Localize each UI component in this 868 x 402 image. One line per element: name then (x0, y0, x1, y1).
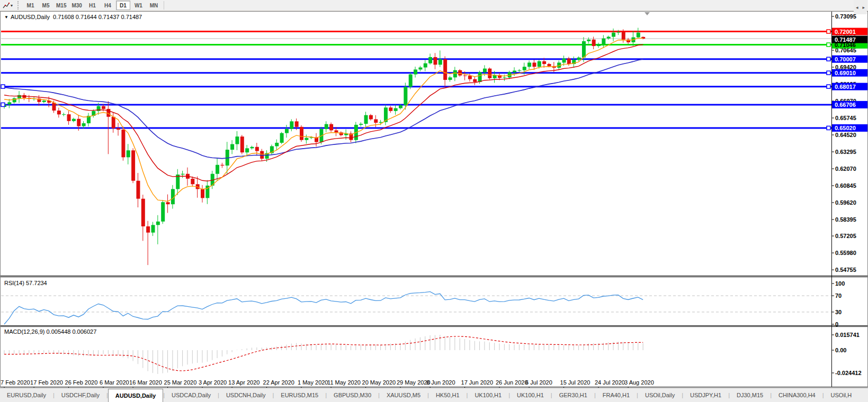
timeframe-button-d1[interactable]: D1 (116, 1, 130, 10)
candle-body (216, 165, 219, 174)
tab-scroll-left-icon[interactable]: ◂ (856, 5, 858, 10)
timeframe-button-w1[interactable]: W1 (131, 1, 146, 10)
macd-name: MACD(12,26,9) (4, 328, 44, 335)
tab-scroll-right-icon[interactable]: ▸ (862, 5, 865, 10)
date-label: 16 Mar 2020 (129, 379, 162, 386)
date-label: 3 Aug 2020 (624, 379, 654, 386)
chart-tab-usdjpy-h1[interactable]: USDJPY,H1 (683, 388, 728, 402)
timeframe-button-h4[interactable]: H4 (101, 1, 115, 10)
dropdown-caret-icon[interactable]: ▼ (10, 4, 14, 7)
date-label: 6 Mar 2020 (100, 379, 129, 386)
candle-body (62, 114, 66, 115)
date-label: 22 Apr 2020 (263, 379, 294, 386)
chart-symbol-title: AUDUSD,Daily (11, 14, 50, 20)
timeframe-button-m15[interactable]: M15 (54, 1, 68, 10)
chart-tab-usoil-daily[interactable]: USOil,Daily (638, 388, 682, 402)
candle-body (409, 75, 413, 87)
line-handle[interactable] (1, 103, 5, 106)
crosshair-tool-button[interactable]: ▼ (0, 1, 16, 11)
candle-body (483, 69, 487, 72)
line-handle[interactable] (827, 30, 830, 33)
chart-tab-audusd-daily[interactable]: AUDUSD,Daily (108, 389, 163, 402)
chart-tab-eurusd-m15[interactable]: EURUSD,M15 (274, 388, 325, 402)
candle-body (513, 71, 516, 72)
candle-body (235, 136, 239, 144)
symbol-dropdown-icon[interactable]: ▼ (4, 15, 8, 20)
rsi-scale-label: 70 (835, 293, 842, 299)
candle-body (517, 70, 521, 71)
candle-body (399, 105, 402, 108)
candle-body (404, 87, 407, 105)
chart-canvas[interactable]: 0.730950.718700.706450.694200.681950.669… (0, 0, 868, 402)
line-handle[interactable] (827, 57, 830, 61)
timeframe-button-m30[interactable]: M30 (69, 1, 84, 10)
line-handle[interactable] (827, 71, 830, 75)
timeframe-button-m5[interactable]: M5 (39, 1, 53, 10)
date-label: 3 Apr 2020 (199, 379, 227, 386)
line-handle[interactable] (1, 85, 5, 88)
timeframe-button-h1[interactable]: H1 (85, 1, 100, 10)
candle-body (117, 128, 120, 130)
date-label: 25 Mar 2020 (164, 379, 197, 386)
candle-body (463, 76, 467, 76)
date-label: 7 Feb 2020 (1, 379, 30, 386)
timeframe-button-m1[interactable]: M1 (23, 1, 38, 10)
candle-body (230, 144, 234, 150)
candle-body (121, 130, 125, 157)
chart-tab-eurusd-daily[interactable]: EURUSD,Daily (0, 388, 53, 402)
price-tick-label: 0.54755 (835, 267, 856, 273)
date-label: 11 May 2020 (327, 379, 361, 386)
candle-body (458, 70, 462, 76)
rsi-scale-label: 0 (835, 321, 838, 327)
candle-body (527, 62, 531, 67)
candle-body (577, 58, 581, 60)
candle-body (587, 40, 590, 41)
date-label: 8 Jun 2020 (426, 379, 455, 386)
chart-tab-dj30-m15[interactable]: DJ30,M15 (730, 388, 770, 402)
candle-body (245, 148, 249, 152)
chart-tab-gbpusd-m30[interactable]: GBPUSD,M30 (327, 388, 378, 402)
candle-body (607, 37, 611, 39)
chart-tab-usdcad-daily[interactable]: USDCAD,Daily (165, 388, 218, 402)
chart-tabs-bar: EURUSD,Daily|USDCHF,Daily|AUDUSD,Daily|U… (0, 388, 868, 402)
chart-tab-usoil-h[interactable]: USOil,H (824, 388, 859, 402)
toolbar-drag-handle[interactable] (17, 1, 21, 10)
chart-tab-china300-h4[interactable]: CHINA300,H4 (772, 388, 822, 402)
candle-body (428, 57, 432, 63)
candle-body (7, 102, 11, 104)
candle-body (532, 62, 536, 67)
candle-body (295, 121, 299, 126)
chart-tab-usdchf-daily[interactable]: USDCHF,Daily (55, 388, 106, 402)
candle-body (523, 67, 526, 70)
timeframe-toolbar: ▼ M1M5M15M30H1H4D1W1MN (0, 0, 868, 11)
chart-tab-ger30-h1[interactable]: GER30,H1 (552, 388, 594, 402)
line-handle[interactable] (827, 43, 830, 47)
chart-tab-uk100-h1[interactable]: UK100,H1 (510, 388, 551, 402)
price-tag-0.66706-text: 0.66706 (835, 102, 856, 108)
price-tag-0.68017-text: 0.68017 (835, 84, 856, 90)
date-label: 13 Apr 2020 (228, 379, 259, 386)
line-handle[interactable] (827, 126, 830, 130)
candle-body (538, 61, 541, 67)
candle-body (334, 130, 338, 132)
macd-scale-label: 0.015741 (835, 332, 860, 338)
candle-body (439, 59, 442, 65)
candle-body (255, 147, 259, 151)
candle-body (433, 57, 437, 65)
chart-tab-fra40-h1[interactable]: FRA40,H1 (596, 388, 637, 402)
timeframe-button-mn[interactable]: MN (147, 1, 161, 10)
toolbar-separator (164, 1, 164, 10)
candle-body (57, 111, 61, 114)
candle-body (136, 181, 140, 199)
rsi-name: RSI(14) (4, 280, 24, 286)
candle-body (389, 107, 392, 111)
chart-tab-xauusd-m5[interactable]: XAUUSD,M5 (380, 388, 427, 402)
candle-body (131, 150, 135, 180)
chart-tab-usdcnh-daily[interactable]: USDCNH,Daily (219, 388, 273, 402)
chart-tab-uk100-h1[interactable]: UK100,H1 (468, 388, 508, 402)
line-handle[interactable] (827, 85, 830, 88)
bid-price-tag-text: 0.71487 (835, 36, 856, 43)
chart-tab-hk50-h1[interactable]: HK50,H1 (429, 388, 467, 402)
price-tag-0.72001-text: 0.72001 (835, 29, 856, 35)
candle-body (102, 106, 105, 109)
